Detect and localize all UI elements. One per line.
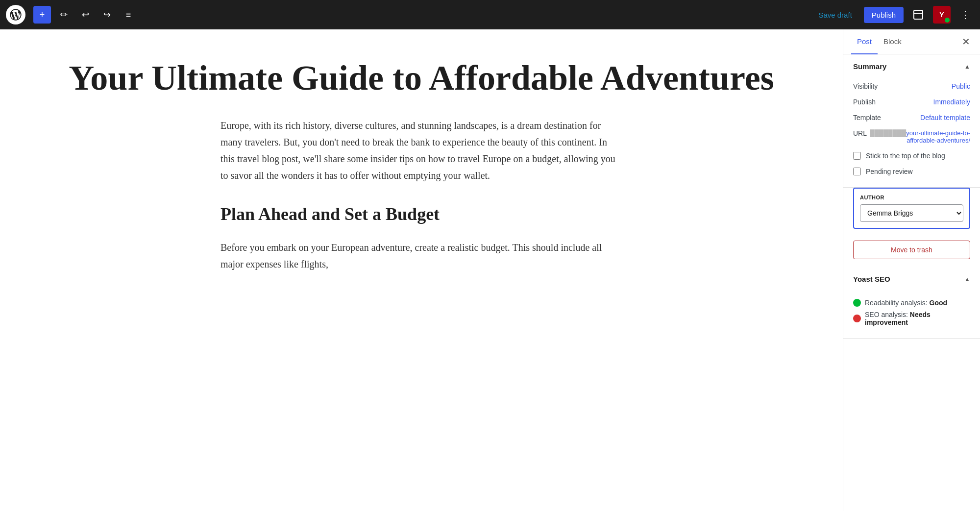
publish-button[interactable]: Publish (864, 7, 904, 23)
post-body-2[interactable]: Before you embark on your European adven… (220, 239, 622, 272)
visibility-value[interactable]: Public (952, 82, 970, 90)
author-select[interactable]: Gemma Briggs Admin Editor (860, 204, 963, 222)
url-row: URL ████████your-ultimate-guide-to-affor… (853, 125, 970, 148)
tab-block[interactable]: Block (878, 29, 907, 54)
template-row: Template Default template (853, 110, 970, 125)
pending-review-row: Pending review (853, 164, 970, 179)
yoast-chevron-icon: ▲ (964, 276, 970, 283)
save-draft-button[interactable]: Save draft (812, 7, 858, 23)
yoast-status-dot (945, 18, 950, 23)
url-value[interactable]: ████████your-ultimate-guide-to-affordabl… (867, 129, 970, 144)
seo-text: SEO analysis: Needs improvement (865, 311, 970, 326)
wordpress-logo[interactable] (6, 5, 25, 24)
sidebar-tabs: Post Block ✕ (843, 29, 980, 54)
tab-post[interactable]: Post (851, 29, 878, 54)
yoast-content: Readability analysis: Good SEO analysis:… (843, 291, 980, 338)
post-intro[interactable]: Europe, with its rich history, diverse c… (220, 117, 622, 184)
pending-review-label: Pending review (866, 168, 913, 175)
readability-dot (853, 299, 861, 307)
seo-dot (853, 315, 861, 322)
yoast-seo-title: Yoast SEO (853, 275, 890, 283)
yoast-icon[interactable]: Y (933, 6, 951, 24)
yoast-seo-section: Yoast SEO ▲ Readability analysis: Good S… (843, 267, 980, 339)
post-body[interactable]: Europe, with its rich history, diverse c… (220, 117, 622, 272)
sidebar: Post Block ✕ Summary ▲ Visibility Public… (843, 29, 980, 511)
readability-text: Readability analysis: Good (865, 299, 947, 307)
edit-button[interactable]: ✏ (55, 6, 73, 24)
publish-row: Publish Immediately (853, 94, 970, 110)
yoast-seo-header[interactable]: Yoast SEO ▲ (843, 267, 980, 291)
undo-button[interactable]: ↩ (76, 6, 94, 24)
summary-chevron-icon: ▲ (964, 63, 970, 70)
stick-to-top-label: Stick to the top of the blog (866, 152, 945, 160)
url-label: URL (853, 129, 867, 137)
pending-review-checkbox[interactable] (853, 168, 861, 175)
main-area: Your Ultimate Guide to Affordable Advent… (0, 29, 980, 511)
move-to-trash-button[interactable]: Move to trash (853, 241, 970, 259)
template-label: Template (853, 114, 881, 122)
sidebar-close-button[interactable]: ✕ (960, 35, 972, 49)
publish-value[interactable]: Immediately (933, 98, 970, 106)
editor-area[interactable]: Your Ultimate Guide to Affordable Advent… (0, 29, 843, 511)
stick-to-top-row: Stick to the top of the blog (853, 148, 970, 164)
author-section: AUTHOR Gemma Briggs Admin Editor (853, 188, 970, 229)
author-label: AUTHOR (860, 195, 963, 200)
publish-label: Publish (853, 98, 876, 106)
post-title[interactable]: Your Ultimate Guide to Affordable Advent… (39, 59, 804, 97)
stick-to-top-checkbox[interactable] (853, 152, 861, 160)
add-button[interactable]: + (33, 6, 51, 24)
summary-title: Summary (853, 62, 886, 71)
list-view-button[interactable]: ≡ (120, 6, 137, 24)
visibility-label: Visibility (853, 82, 878, 90)
template-value[interactable]: Default template (920, 114, 970, 122)
svg-rect-0 (914, 10, 923, 19)
url-prefix: ████████ (870, 129, 906, 137)
summary-content: Visibility Public Publish Immediately Te… (843, 78, 980, 187)
summary-header[interactable]: Summary ▲ (843, 54, 980, 78)
url-slug: your-ultimate-guide-to-affordable-advent… (906, 129, 970, 144)
seo-item: SEO analysis: Needs improvement (853, 311, 970, 326)
toolbar: + ✏ ↩ ↪ ≡ Save draft Publish Y ⋮ (0, 0, 980, 29)
more-options-button[interactable]: ⋮ (956, 6, 974, 24)
redo-button[interactable]: ↪ (98, 6, 116, 24)
view-button[interactable] (909, 6, 927, 24)
post-heading-2[interactable]: Plan Ahead and Set a Budget (220, 199, 622, 229)
readability-item: Readability analysis: Good (853, 299, 970, 307)
visibility-row: Visibility Public (853, 78, 970, 94)
summary-section: Summary ▲ Visibility Public Publish Imme… (843, 54, 980, 188)
